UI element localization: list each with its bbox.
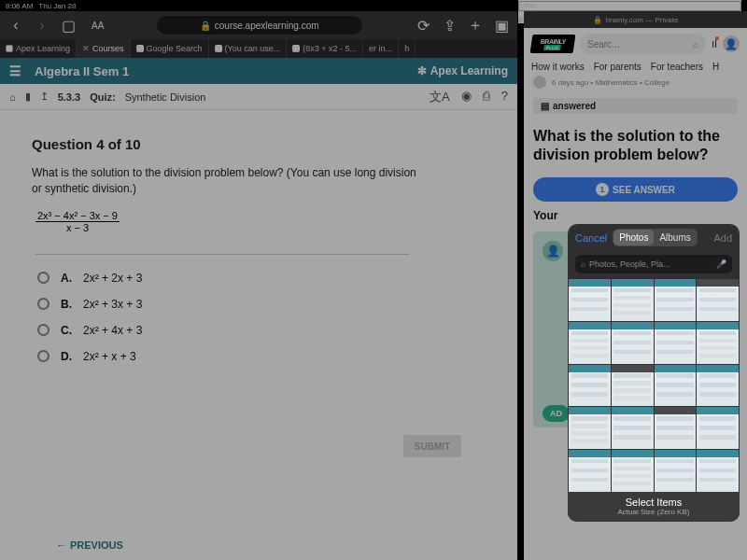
question-meta: 6 days ago • Mathematics • College [524,72,747,92]
picker-search[interactable]: ⌕ Photos, People, Pla... 🎤 [575,255,732,273]
photo-thumb[interactable] [569,407,611,449]
safari-toolbar: ‹ › ▢ AA 🔒 course.apexlearning.com ⟳ ⇪ ＋… [0,11,517,39]
photo-grid [568,279,740,492]
text-size-button[interactable]: AA [92,21,104,31]
photo-thumb[interactable] [612,407,654,449]
picker-add[interactable]: Add [713,232,732,244]
photo-thumb[interactable] [697,450,739,492]
answer-choices: A. 2x² + 2x + 3 B. 2x² + 3x + 3 C. 2x² +… [37,272,486,363]
picker-header: Cancel Photos Albums Add [568,224,740,251]
accessibility-icon[interactable]: ◉ [461,89,472,105]
search-icon: ⌕ [581,259,585,269]
nav-how-it-works[interactable]: How it works [531,62,585,72]
seg-albums[interactable]: Albums [654,230,696,245]
tab-erin[interactable]: er in... [363,39,399,58]
user-avatar: 👤 [543,241,563,261]
picker-cancel[interactable]: Cancel [575,232,607,244]
apex-subheader: ⌂ ▮ ↥ 5.3.3 Quiz: Synthetic Division 文A … [0,84,517,110]
division-expression: 2x³ − 4x² − 3x − 9 x − 3 [35,210,120,233]
seg-photos[interactable]: Photos [613,230,654,245]
picker-footer: Select Items Actual Size (Zero KB) [568,492,740,522]
menu-icon[interactable]: ☰ [9,63,21,78]
arrow-left-icon: ← [56,539,66,551]
photo-thumb[interactable] [697,365,739,407]
tab-apex-learning[interactable]: Apex Learning [0,39,77,58]
photo-thumb[interactable] [697,279,739,321]
briefcase-icon[interactable]: ▮ [25,91,31,103]
photo-thumb[interactable] [655,407,697,449]
stats-icon[interactable]: ıl [712,37,717,50]
your-answer-label: Your [524,209,747,222]
picker-segment[interactable]: Photos Albums [613,229,698,246]
tab-google-search[interactable]: GGoogle Search [131,39,209,58]
split-divider[interactable] [517,11,524,560]
brainly-search[interactable]: Searc... ⌕ [580,34,706,54]
divider-line [35,254,409,255]
new-tab-icon[interactable]: ＋ [467,16,484,35]
choice-b[interactable]: B. 2x² + 3x + 3 [37,298,486,311]
reload-icon[interactable]: ⟳ [415,17,431,35]
close-icon[interactable]: ✕ [82,44,90,53]
radio-d[interactable] [37,350,49,362]
tab-h[interactable]: h [399,39,416,58]
safari-tabstrip: Apex Learning ✕Courses GGoogle Search G(… [0,39,517,58]
url-host: course.apexlearning.com [215,21,319,31]
answered-badge: ▤ answered [533,98,738,114]
share-icon[interactable]: ⇪ [441,17,458,35]
photo-thumb[interactable] [612,279,654,321]
print-icon[interactable]: ⎙ [483,89,490,105]
photo-thumb[interactable] [697,322,739,364]
lock-icon: 🔒 [593,16,602,24]
photo-thumb[interactable] [569,365,611,407]
forward-button[interactable]: › [34,17,50,34]
photo-thumb[interactable] [569,450,611,492]
bookmarks-icon[interactable]: ▢ [60,17,77,35]
help-icon[interactable]: ? [501,89,508,105]
nav-parents[interactable]: For parents [594,62,641,72]
nav-teachers[interactable]: For teachers [651,62,703,72]
choice-d[interactable]: D. 2x² + x + 3 [37,350,486,363]
answer-count: 1 [596,183,609,196]
tab-courses[interactable]: ✕Courses [77,39,131,58]
nav-more[interactable]: H [712,62,719,72]
home-icon[interactable]: ⌂ [9,91,16,103]
tab-you-can-use[interactable]: G(You can use... [209,39,288,58]
photo-thumb[interactable] [655,450,697,492]
url-bar[interactable]: 🔒 course.apexlearning.com [157,16,362,35]
see-answer-button[interactable]: 1 SEE ANSWER [533,177,738,202]
radio-b[interactable] [37,298,49,310]
tab-8x3[interactable]: G(8x3 + x2 - 5... [287,39,363,58]
photo-thumb[interactable] [569,322,611,364]
radio-a[interactable] [37,272,49,284]
photo-thumb[interactable] [655,279,697,321]
translate-icon[interactable]: 文A [430,89,450,105]
asker-avatar[interactable] [533,76,546,89]
up-arrow-icon[interactable]: ↥ [40,91,49,103]
photo-thumb[interactable] [569,279,611,321]
right-url-bar[interactable]: 🔒 brainly.com — Private [524,11,747,28]
question-heading: Question 4 of 10 [32,136,486,152]
brainly-logo[interactable]: BRAINLY PLUS [530,35,576,53]
search-icon: ⌕ [693,39,698,49]
submit-button[interactable]: SUBMIT [403,435,461,457]
previous-button[interactable]: ← PREVIOUS [56,539,123,551]
breadcrumb-code: 5.3.3 [58,91,80,103]
photo-thumb[interactable] [612,365,654,407]
photo-thumb[interactable] [655,322,697,364]
mic-icon[interactable]: 🎤 [716,259,726,269]
back-button[interactable]: ‹ [7,17,24,34]
choice-c[interactable]: C. 2x² + 4x + 3 [37,324,486,337]
left-safari-pane: ‹ › ▢ AA 🔒 course.apexlearning.com ⟳ ⇪ ＋… [0,11,517,560]
tabs-icon[interactable]: ▣ [493,17,510,35]
brainly-question: What is the solution to the division pro… [524,119,747,174]
photo-thumb[interactable] [655,365,697,407]
choice-a[interactable]: A. 2x² + 2x + 3 [37,272,486,285]
radio-c[interactable] [37,324,49,336]
photo-thumb[interactable] [697,407,739,449]
breadcrumb-type: Quiz: [90,91,116,103]
profile-avatar[interactable]: 👤 [723,35,740,52]
photo-thumb[interactable] [612,322,654,364]
photo-thumb[interactable] [612,450,654,492]
add-answer-button[interactable]: AD [543,405,570,422]
breadcrumb-title: Synthetic Division [125,91,206,103]
